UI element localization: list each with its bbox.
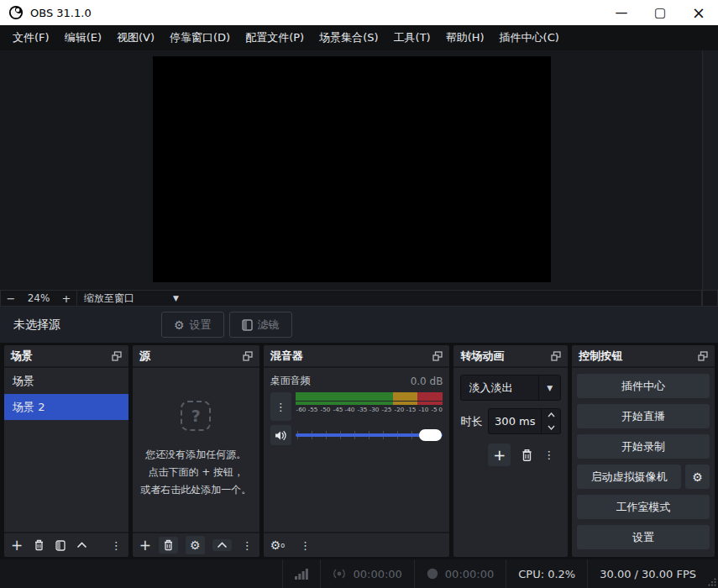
transition-selected: 淡入淡出	[461, 381, 538, 396]
transition-select[interactable]: 淡入淡出 ▼	[460, 375, 561, 401]
transitions-title: 转场动画	[460, 349, 504, 364]
scenes-panel-header: 场景	[4, 345, 128, 368]
close-button[interactable]: ×	[679, 0, 718, 25]
mixer-channel: 桌面音频 0.0 dB ⋮ -60-55-50-45-40-35-30-25-2…	[264, 368, 450, 532]
gear-icon: ⚙	[174, 318, 185, 332]
virtual-camera-settings-button[interactable]: ⚙	[685, 465, 710, 489]
record-dot-icon	[427, 568, 438, 580]
statusbar: 00:00:00 00:00:00 CPU: 0.2% 30.00 / 30.0…	[0, 559, 718, 588]
transition-menu-button[interactable]: ⋮	[543, 449, 554, 461]
menu-scene-collection[interactable]: 场景集合(S)	[312, 25, 385, 50]
filters-label: 滤镜	[258, 318, 280, 333]
zoom-fit-label: 缩放至窗口	[84, 291, 134, 306]
volume-slider[interactable]	[296, 425, 443, 445]
sources-menu-button[interactable]: ⋮	[242, 539, 253, 552]
scene-row[interactable]: 场景	[4, 368, 128, 394]
preview-vertical-scrollbar[interactable]	[702, 50, 718, 290]
remove-transition-button[interactable]	[521, 449, 533, 462]
start-streaming-button[interactable]: 开始直播	[577, 404, 710, 428]
add-transition-button[interactable]: +	[488, 444, 511, 466]
sources-title: 源	[139, 349, 150, 364]
remove-source-button[interactable]	[159, 537, 178, 554]
empty-hint-line: 您还没有添加任何源。	[145, 446, 246, 464]
zoom-fit-dropdown[interactable]: 缩放至窗口 ▼	[76, 290, 186, 307]
mute-button[interactable]	[270, 425, 291, 445]
menu-edit[interactable]: 编辑(E)	[57, 25, 109, 50]
preview-canvas	[153, 56, 551, 282]
obs-logo-icon	[8, 5, 24, 20]
audio-mixer-panel: 混音器 桌面音频 0.0 dB ⋮	[264, 345, 450, 557]
menu-file[interactable]: 文件(F)	[5, 25, 57, 50]
move-source-up-button[interactable]	[212, 539, 232, 551]
sources-panel: 源 ? 您还没有添加任何源。 点击下面的 + 按钮， 或者右击此处添加一个。 +	[133, 345, 259, 557]
zoom-level: 24%	[21, 292, 56, 304]
menu-tools[interactable]: 工具(T)	[386, 25, 438, 50]
kebab-icon: ⋮	[275, 401, 286, 413]
source-properties-button[interactable]: ⚙	[186, 536, 205, 554]
add-scene-button[interactable]: +	[11, 537, 23, 554]
properties-button[interactable]: ⚙ 设置	[161, 312, 224, 338]
move-scene-up-button[interactable]	[76, 542, 87, 549]
scene-filters-button[interactable]	[55, 540, 66, 551]
fps-readout: 30.00 / 30.00 FPS	[587, 559, 718, 588]
menu-help[interactable]: 帮助(H)	[438, 25, 492, 50]
settings-button[interactable]: 设置	[577, 525, 710, 549]
zoom-in-button[interactable]: +	[56, 292, 76, 305]
gear-icon: ⚙	[692, 470, 703, 484]
menu-plugin-center[interactable]: 插件中心(C)	[492, 25, 567, 50]
duration-value: 300 ms	[489, 409, 541, 433]
sources-list-empty[interactable]: ? 您还没有添加任何源。 点击下面的 + 按钮， 或者右击此处添加一个。	[133, 368, 259, 532]
advanced-audio-button[interactable]: ⚙o	[270, 538, 285, 552]
meter-scale: -60-55-50-45-40-35-30-25-20-15-10-50	[296, 406, 443, 413]
spinner-up-button[interactable]	[542, 409, 560, 422]
resize-grip[interactable]	[708, 578, 716, 586]
slider-handle[interactable]	[419, 429, 442, 441]
question-mark-icon: ?	[181, 401, 211, 431]
studio-mode-button[interactable]: 工作室模式	[577, 495, 710, 519]
popout-icon[interactable]	[112, 351, 122, 361]
duration-spinner[interactable]: 300 ms	[488, 408, 561, 434]
spinner-down-button[interactable]	[542, 422, 560, 434]
stream-timer: 00:00:00	[320, 559, 413, 588]
popout-icon[interactable]	[432, 351, 443, 361]
mixer-menu-button[interactable]: ⋮	[300, 539, 311, 552]
popout-icon[interactable]	[243, 351, 253, 361]
menu-profile[interactable]: 配置文件(P)	[238, 25, 312, 50]
preview-area	[0, 50, 718, 290]
record-timer: 00:00:00	[414, 559, 506, 588]
sources-panel-header: 源	[133, 345, 259, 368]
plugin-center-button[interactable]: 插件中心	[577, 374, 710, 398]
channel-name: 桌面音频	[270, 374, 311, 388]
popout-icon[interactable]	[698, 351, 708, 361]
record-time: 00:00:00	[445, 568, 494, 580]
titlebar: OBS 31.1.0 — ▢ ×	[0, 0, 718, 25]
gears-icon: ⚙	[270, 538, 281, 552]
popout-icon[interactable]	[551, 351, 561, 361]
no-source-label: 未选择源	[13, 318, 161, 333]
start-virtual-camera-button[interactable]: 启动虚拟摄像机	[577, 465, 681, 489]
menu-view[interactable]: 视图(V)	[109, 25, 162, 50]
menubar: 文件(F) 编辑(E) 视图(V) 停靠窗口(D) 配置文件(P) 场景集合(S…	[0, 25, 718, 50]
scenes-list: 场景 场景 2	[4, 368, 128, 532]
empty-hint-line: 点击下面的 + 按钮，	[148, 464, 244, 481]
channel-menu-button[interactable]: ⋮	[270, 392, 291, 421]
scenes-menu-button[interactable]: ⋮	[111, 539, 122, 552]
remove-scene-button[interactable]	[34, 539, 45, 551]
channel-level-db: 0.0 dB	[411, 375, 443, 387]
menu-docks[interactable]: 停靠窗口(D)	[162, 25, 238, 50]
properties-label: 设置	[190, 318, 212, 333]
duration-label: 时长	[460, 414, 482, 429]
start-recording-button[interactable]: 开始录制	[577, 434, 710, 459]
mixer-panel-header: 混音器	[264, 345, 450, 368]
filters-button[interactable]: 滤镜	[229, 312, 292, 338]
broadcast-icon	[333, 568, 346, 580]
network-status	[282, 559, 320, 588]
chevron-down-icon: ▼	[173, 294, 179, 302]
minimize-button[interactable]: —	[602, 0, 641, 25]
empty-hint-line: 或者右击此处添加一个。	[140, 481, 251, 499]
cpu-usage: CPU: 0.2%	[506, 559, 587, 588]
scene-row-selected[interactable]: 场景 2	[4, 394, 128, 420]
zoom-out-button[interactable]: −	[1, 292, 21, 305]
add-source-button[interactable]: +	[139, 537, 151, 554]
maximize-button[interactable]: ▢	[641, 0, 679, 25]
